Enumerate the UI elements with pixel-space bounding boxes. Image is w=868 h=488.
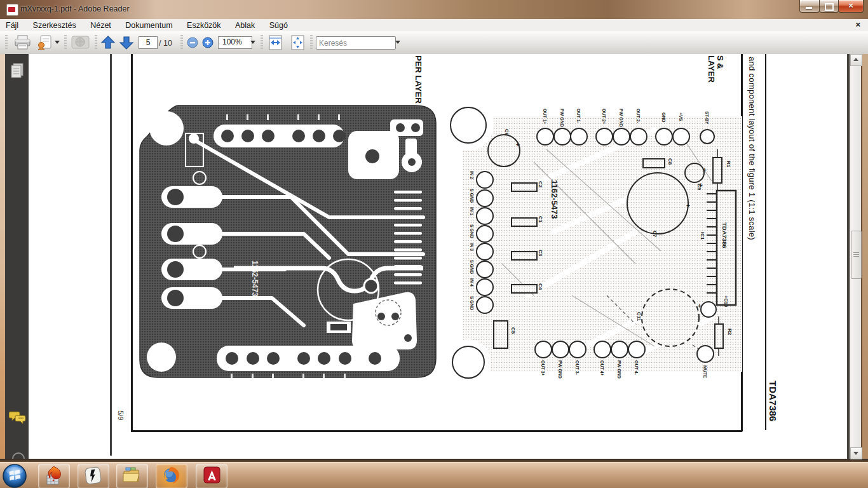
window-title: mXvrxxq-1.pdf - Adobe Reader bbox=[20, 4, 130, 13]
pad-label: OUT 2+ bbox=[602, 109, 606, 125]
toolbar-separator bbox=[261, 35, 263, 50]
partial-panel-icon bbox=[11, 451, 25, 459]
scroll-up-icon bbox=[853, 58, 858, 61]
taskbar-button-nero[interactable] bbox=[38, 464, 70, 488]
pad-label: S GND bbox=[470, 189, 474, 203]
page-fraction-label: 5/9 bbox=[116, 410, 124, 420]
comments-panel-icon[interactable] bbox=[9, 410, 27, 425]
figure-frame-bottom bbox=[131, 430, 742, 432]
menu-tools[interactable]: Eszközök bbox=[181, 20, 227, 30]
start-button[interactable] bbox=[2, 463, 27, 488]
footer-rule bbox=[765, 54, 766, 430]
ref-label-c8: C8 bbox=[667, 158, 673, 165]
pad-label: PW GND bbox=[560, 109, 564, 127]
part-number-footer: TDA7386 bbox=[768, 381, 778, 421]
previous-page-button[interactable] bbox=[100, 35, 116, 50]
menu-bar: Fájl Szerkesztés Nézet Dokumentum Eszköz… bbox=[0, 19, 868, 32]
taskbar-button-adobe-reader[interactable] bbox=[196, 464, 227, 488]
toolbar: / 10 100% bbox=[0, 31, 868, 55]
maximize-button[interactable] bbox=[819, 0, 839, 13]
vertical-scrollbar[interactable] bbox=[850, 54, 861, 459]
pad-label: IN 1 bbox=[470, 207, 474, 215]
ref-label-c10: +C10 bbox=[723, 295, 729, 307]
scroll-up-button[interactable] bbox=[850, 54, 862, 66]
ref-label-c4: C4 bbox=[538, 283, 543, 290]
nero-icon bbox=[44, 465, 74, 487]
menu-document[interactable]: Dokumentum bbox=[119, 20, 178, 30]
pad-label: +VS bbox=[679, 112, 683, 121]
copper-layer-caption: PER LAYER bbox=[414, 55, 423, 104]
zoom-dropdown-caret[interactable] bbox=[250, 41, 255, 44]
ref-label-c11: C11 bbox=[636, 312, 642, 322]
menu-edit[interactable]: Szerkesztés bbox=[27, 20, 82, 30]
window-frame-right bbox=[862, 54, 868, 459]
pad-label: ST-BY bbox=[705, 111, 709, 125]
firefox-icon bbox=[161, 466, 191, 488]
toolbar-separator bbox=[95, 35, 97, 50]
toolbar-separator bbox=[64, 35, 67, 50]
window-frame-left bbox=[0, 54, 5, 459]
pad-label: IN 2 bbox=[470, 171, 474, 179]
menu-view[interactable]: Nézet bbox=[85, 20, 117, 30]
toolbar-separator bbox=[180, 35, 183, 50]
copper-mirror-board-number: 1162-5473 bbox=[250, 261, 259, 297]
close-icon: × bbox=[839, 1, 863, 10]
fit-page-button[interactable] bbox=[289, 34, 306, 51]
page-total-label: / 10 bbox=[159, 39, 172, 48]
component-layer-caption: S & LAYER bbox=[707, 55, 724, 83]
taskbar-button-winamp[interactable] bbox=[78, 464, 109, 488]
polarity-plus: + bbox=[703, 166, 707, 173]
polarity-plus: + bbox=[686, 202, 690, 209]
search-dropdown-caret[interactable] bbox=[395, 41, 400, 44]
zoom-out-button[interactable] bbox=[186, 36, 199, 49]
page-number-input[interactable] bbox=[139, 36, 158, 49]
figure-side-caption: and component layout of the figure 1 (1:… bbox=[747, 57, 756, 240]
fit-width-button[interactable] bbox=[267, 34, 284, 51]
search-input[interactable] bbox=[316, 36, 396, 50]
pad-label: MUTE bbox=[703, 365, 707, 378]
pad-label: S GND bbox=[470, 224, 474, 238]
screen: mXvrxxq-1.pdf - Adobe Reader × Fájl Szer… bbox=[0, 0, 868, 488]
scan-page-edge bbox=[110, 54, 112, 456]
pad-label: OUT 3+ bbox=[541, 360, 545, 376]
ref-label-c7: C7 bbox=[652, 231, 658, 238]
close-button[interactable]: × bbox=[838, 0, 864, 13]
ref-label-c3: C3 bbox=[538, 250, 543, 257]
ref-label-c5: C5 bbox=[510, 327, 516, 334]
navigation-pane bbox=[5, 54, 29, 459]
ref-label-c1: C1 bbox=[538, 216, 543, 223]
pad-label: IN 4 bbox=[470, 278, 474, 287]
collaborate-button-disabled bbox=[71, 34, 90, 51]
menu-help[interactable]: Súgó bbox=[264, 20, 294, 30]
share-document-button[interactable] bbox=[37, 34, 53, 51]
scroll-down-button[interactable] bbox=[850, 447, 862, 459]
scrollbar-thumb[interactable] bbox=[851, 231, 862, 279]
zoom-level-value[interactable]: 100% bbox=[218, 36, 252, 49]
minimize-button[interactable] bbox=[799, 0, 820, 13]
print-button[interactable] bbox=[14, 34, 32, 51]
menubar-close-icon[interactable]: × bbox=[855, 20, 860, 29]
toolbar-separator bbox=[310, 35, 313, 50]
pages-panel-icon[interactable] bbox=[10, 62, 25, 79]
winamp-icon bbox=[84, 465, 113, 487]
toolbar-grip bbox=[5, 35, 8, 50]
taskbar-button-firefox[interactable] bbox=[156, 464, 187, 488]
taskbar: 16:37 2010.12.24. bbox=[0, 462, 868, 488]
adobe-reader-icon bbox=[202, 466, 231, 488]
polarity-plus: + bbox=[698, 302, 702, 309]
polarity-plus: + bbox=[699, 182, 703, 189]
component-board: OUT 1+ PW GND OUT 1- OUT 2+ PW GND OUT 2… bbox=[445, 105, 742, 380]
zoom-in-button[interactable] bbox=[201, 36, 214, 49]
next-page-button[interactable] bbox=[119, 35, 135, 50]
ref-label-r1: R1 bbox=[726, 161, 731, 168]
ref-label-r2: R2 bbox=[727, 329, 733, 336]
menu-window[interactable]: Ablak bbox=[229, 20, 261, 30]
share-dropdown-caret[interactable] bbox=[55, 41, 60, 44]
title-bar[interactable]: mXvrxxq-1.pdf - Adobe Reader × bbox=[0, 0, 868, 20]
pad-label: GND bbox=[661, 112, 666, 123]
document-right-border bbox=[847, 54, 850, 459]
pad-label: OUT 2- bbox=[636, 109, 641, 124]
taskbar-button-explorer[interactable] bbox=[116, 464, 148, 488]
figure-frame-left bbox=[131, 54, 133, 431]
menu-file[interactable]: Fájl bbox=[0, 20, 24, 30]
